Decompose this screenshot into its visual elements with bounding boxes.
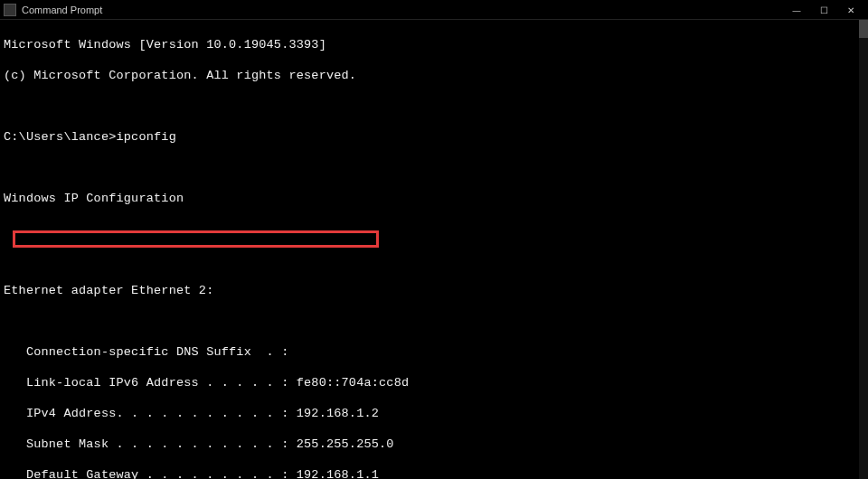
cmd-icon	[4, 4, 16, 16]
blank-line	[4, 99, 864, 114]
config-header: Windows IP Configuration	[4, 191, 864, 206]
version-line: Microsoft Windows [Version 10.0.19045.33…	[4, 37, 864, 52]
blank-line	[4, 252, 864, 268]
terminal-output[interactable]: Microsoft Windows [Version 10.0.19045.33…	[0, 20, 868, 479]
blank-line	[4, 221, 864, 237]
blank-line	[4, 160, 864, 175]
blank-line	[4, 314, 864, 329]
scrollbar-thumb[interactable]	[859, 20, 868, 38]
minimize-button[interactable]	[783, 0, 810, 20]
titlebar[interactable]: Command Prompt	[0, 0, 868, 20]
maximize-button[interactable]	[810, 0, 837, 20]
window-title: Command Prompt	[22, 5, 783, 15]
adapter-name: Ethernet adapter Ethernet 2:	[4, 283, 864, 298]
copyright-line: (c) Microsoft Corporation. All rights re…	[4, 68, 864, 83]
minimize-icon	[793, 4, 801, 16]
maximize-icon	[820, 4, 828, 16]
ipv6-line: Link-local IPv6 Address . . . . . : fe80…	[4, 375, 864, 390]
scrollbar-track[interactable]	[859, 20, 868, 479]
ipv4-line: IPv4 Address. . . . . . . . . . . : 192.…	[4, 406, 864, 421]
prompt-line: C:\Users\lance>ipconfig	[4, 129, 864, 145]
close-icon	[847, 4, 854, 16]
window-controls	[783, 0, 864, 20]
dns-suffix-line: Connection-specific DNS Suffix . :	[4, 344, 864, 360]
close-button[interactable]	[837, 0, 864, 20]
gateway-line: Default Gateway . . . . . . . . . : 192.…	[4, 467, 864, 479]
subnet-line: Subnet Mask . . . . . . . . . . . : 255.…	[4, 437, 864, 452]
